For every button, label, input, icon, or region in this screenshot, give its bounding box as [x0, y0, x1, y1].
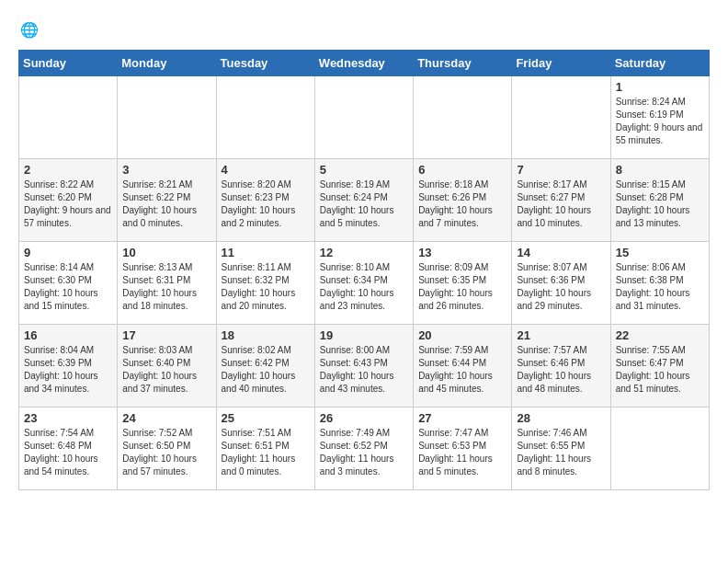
calendar-day-cell — [414, 76, 512, 159]
calendar-day-cell: 25Sunrise: 7:51 AM Sunset: 6:51 PM Dayli… — [216, 408, 314, 490]
calendar-week-row: 16Sunrise: 8:04 AM Sunset: 6:39 PM Dayli… — [19, 325, 710, 408]
day-number: 18 — [222, 328, 310, 342]
day-info: Sunrise: 7:57 AM Sunset: 6:46 PM Dayligh… — [517, 344, 605, 396]
day-number: 17 — [122, 328, 210, 342]
day-info: Sunrise: 8:13 AM Sunset: 6:31 PM Dayligh… — [122, 261, 210, 313]
day-info: Sunrise: 8:15 AM Sunset: 6:28 PM Dayligh… — [616, 178, 704, 230]
day-info: Sunrise: 8:21 AM Sunset: 6:22 PM Dayligh… — [122, 178, 210, 230]
calendar-day-cell: 17Sunrise: 8:03 AM Sunset: 6:40 PM Dayli… — [118, 325, 216, 408]
day-info: Sunrise: 8:18 AM Sunset: 6:26 PM Dayligh… — [418, 178, 506, 230]
weekday-header-tuesday: Tuesday — [216, 51, 314, 76]
day-info: Sunrise: 8:00 AM Sunset: 6:43 PM Dayligh… — [320, 344, 408, 396]
weekday-header-monday: Monday — [118, 51, 216, 76]
calendar-table: SundayMondayTuesdayWednesdayThursdayFrid… — [18, 50, 710, 490]
weekday-header-friday: Friday — [512, 51, 610, 76]
day-number: 22 — [616, 328, 704, 342]
calendar-day-cell — [216, 76, 314, 159]
calendar-day-cell: 8Sunrise: 8:15 AM Sunset: 6:28 PM Daylig… — [610, 159, 709, 242]
logo: 🌐 — [18, 18, 44, 40]
day-number: 8 — [616, 163, 704, 177]
calendar-day-cell: 7Sunrise: 8:17 AM Sunset: 6:27 PM Daylig… — [512, 159, 610, 242]
day-number: 13 — [418, 246, 506, 259]
svg-text:🌐: 🌐 — [20, 21, 39, 39]
day-number: 21 — [517, 328, 605, 342]
calendar-day-cell: 14Sunrise: 8:07 AM Sunset: 6:36 PM Dayli… — [512, 242, 610, 325]
day-info: Sunrise: 7:54 AM Sunset: 6:48 PM Dayligh… — [24, 427, 112, 478]
day-info: Sunrise: 8:14 AM Sunset: 6:30 PM Dayligh… — [24, 261, 112, 313]
calendar-day-cell: 6Sunrise: 8:18 AM Sunset: 6:26 PM Daylig… — [414, 159, 512, 242]
day-number: 6 — [418, 163, 506, 177]
calendar-week-row: 23Sunrise: 7:54 AM Sunset: 6:48 PM Dayli… — [19, 408, 710, 490]
calendar-day-cell — [314, 76, 413, 159]
calendar-day-cell: 10Sunrise: 8:13 AM Sunset: 6:31 PM Dayli… — [118, 242, 216, 325]
day-number: 16 — [24, 328, 112, 342]
day-info: Sunrise: 8:20 AM Sunset: 6:23 PM Dayligh… — [222, 178, 310, 230]
day-info: Sunrise: 8:03 AM Sunset: 6:40 PM Dayligh… — [122, 344, 210, 396]
calendar-day-cell — [512, 76, 610, 159]
calendar-day-cell: 15Sunrise: 8:06 AM Sunset: 6:38 PM Dayli… — [610, 242, 709, 325]
day-info: Sunrise: 7:47 AM Sunset: 6:53 PM Dayligh… — [418, 427, 506, 478]
calendar-week-row: 1Sunrise: 8:24 AM Sunset: 6:19 PM Daylig… — [19, 76, 710, 159]
calendar-day-cell: 16Sunrise: 8:04 AM Sunset: 6:39 PM Dayli… — [19, 325, 118, 408]
calendar-day-cell: 13Sunrise: 8:09 AM Sunset: 6:35 PM Dayli… — [414, 242, 512, 325]
calendar-day-cell: 27Sunrise: 7:47 AM Sunset: 6:53 PM Dayli… — [414, 408, 512, 490]
day-number: 11 — [222, 246, 310, 259]
day-number: 25 — [222, 411, 310, 425]
day-number: 24 — [122, 411, 210, 425]
calendar-day-cell: 12Sunrise: 8:10 AM Sunset: 6:34 PM Dayli… — [314, 242, 413, 325]
day-info: Sunrise: 8:06 AM Sunset: 6:38 PM Dayligh… — [616, 261, 704, 313]
day-number: 26 — [320, 411, 408, 425]
calendar-day-cell: 3Sunrise: 8:21 AM Sunset: 6:22 PM Daylig… — [118, 159, 216, 242]
day-number: 15 — [616, 246, 704, 259]
day-info: Sunrise: 8:11 AM Sunset: 6:32 PM Dayligh… — [222, 261, 310, 313]
day-number: 4 — [222, 163, 310, 177]
calendar-day-cell: 2Sunrise: 8:22 AM Sunset: 6:20 PM Daylig… — [19, 159, 118, 242]
calendar-day-cell: 26Sunrise: 7:49 AM Sunset: 6:52 PM Dayli… — [314, 408, 413, 490]
day-info: Sunrise: 8:09 AM Sunset: 6:35 PM Dayligh… — [418, 261, 506, 313]
logo-icon: 🌐 — [18, 18, 40, 40]
weekday-header-thursday: Thursday — [414, 51, 512, 76]
day-info: Sunrise: 8:24 AM Sunset: 6:19 PM Dayligh… — [616, 96, 704, 147]
calendar-day-cell: 19Sunrise: 8:00 AM Sunset: 6:43 PM Dayli… — [314, 325, 413, 408]
calendar-week-row: 9Sunrise: 8:14 AM Sunset: 6:30 PM Daylig… — [19, 242, 710, 325]
day-number: 27 — [418, 411, 506, 425]
day-number: 5 — [320, 163, 408, 177]
day-info: Sunrise: 7:46 AM Sunset: 6:55 PM Dayligh… — [517, 427, 605, 478]
day-number: 19 — [320, 328, 408, 342]
day-info: Sunrise: 8:02 AM Sunset: 6:42 PM Dayligh… — [222, 344, 310, 396]
day-number: 1 — [616, 80, 704, 94]
calendar-day-cell: 11Sunrise: 8:11 AM Sunset: 6:32 PM Dayli… — [216, 242, 314, 325]
day-number: 20 — [418, 328, 506, 342]
weekday-header-sunday: Sunday — [19, 51, 118, 76]
day-info: Sunrise: 8:22 AM Sunset: 6:20 PM Dayligh… — [24, 178, 112, 230]
calendar-day-cell: 23Sunrise: 7:54 AM Sunset: 6:48 PM Dayli… — [19, 408, 118, 490]
day-info: Sunrise: 8:07 AM Sunset: 6:36 PM Dayligh… — [517, 261, 605, 313]
weekday-header-wednesday: Wednesday — [314, 51, 413, 76]
calendar-day-cell: 28Sunrise: 7:46 AM Sunset: 6:55 PM Dayli… — [512, 408, 610, 490]
day-number: 9 — [24, 246, 112, 259]
calendar-day-cell — [19, 76, 118, 159]
weekday-header-row: SundayMondayTuesdayWednesdayThursdayFrid… — [19, 51, 710, 76]
day-info: Sunrise: 7:52 AM Sunset: 6:50 PM Dayligh… — [122, 427, 210, 478]
day-number: 2 — [24, 163, 112, 177]
calendar-day-cell: 24Sunrise: 7:52 AM Sunset: 6:50 PM Dayli… — [118, 408, 216, 490]
day-number: 12 — [320, 246, 408, 259]
day-info: Sunrise: 7:55 AM Sunset: 6:47 PM Dayligh… — [616, 344, 704, 396]
calendar-day-cell: 4Sunrise: 8:20 AM Sunset: 6:23 PM Daylig… — [216, 159, 314, 242]
calendar-day-cell: 9Sunrise: 8:14 AM Sunset: 6:30 PM Daylig… — [19, 242, 118, 325]
calendar-day-cell: 5Sunrise: 8:19 AM Sunset: 6:24 PM Daylig… — [314, 159, 413, 242]
calendar-day-cell: 20Sunrise: 7:59 AM Sunset: 6:44 PM Dayli… — [414, 325, 512, 408]
day-info: Sunrise: 7:49 AM Sunset: 6:52 PM Dayligh… — [320, 427, 408, 478]
day-number: 10 — [122, 246, 210, 259]
calendar-day-cell: 22Sunrise: 7:55 AM Sunset: 6:47 PM Dayli… — [610, 325, 709, 408]
day-info: Sunrise: 8:04 AM Sunset: 6:39 PM Dayligh… — [24, 344, 112, 396]
day-number: 14 — [517, 246, 605, 259]
weekday-header-saturday: Saturday — [610, 51, 709, 76]
calendar-day-cell: 21Sunrise: 7:57 AM Sunset: 6:46 PM Dayli… — [512, 325, 610, 408]
header: 🌐 — [18, 18, 710, 40]
calendar-week-row: 2Sunrise: 8:22 AM Sunset: 6:20 PM Daylig… — [19, 159, 710, 242]
calendar-day-cell: 18Sunrise: 8:02 AM Sunset: 6:42 PM Dayli… — [216, 325, 314, 408]
day-number: 28 — [517, 411, 605, 425]
day-info: Sunrise: 8:10 AM Sunset: 6:34 PM Dayligh… — [320, 261, 408, 313]
calendar-day-cell: 1Sunrise: 8:24 AM Sunset: 6:19 PM Daylig… — [610, 76, 709, 159]
